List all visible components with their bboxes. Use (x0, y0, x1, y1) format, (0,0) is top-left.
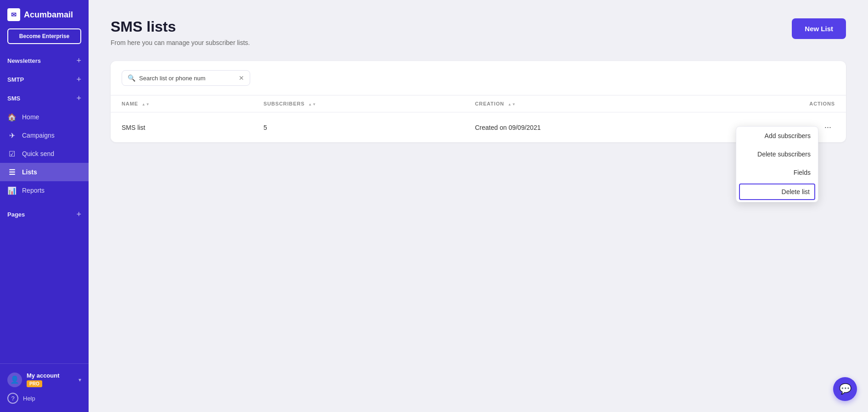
new-list-button[interactable]: New List (792, 18, 846, 39)
sidebar-item-campaigns[interactable]: ✈ Campaigns (0, 126, 89, 145)
reports-label: Reports (22, 187, 45, 194)
sidebar-item-smtp[interactable]: SMTP + (0, 70, 89, 89)
col-actions: ACTIONS (711, 95, 846, 112)
sms-label: SMS (7, 95, 20, 102)
pages-add-icon[interactable]: + (76, 210, 81, 219)
logo-text: Acumbamail (24, 10, 73, 20)
page-title: SMS lists (111, 18, 250, 35)
pro-badge: PRO (27, 380, 42, 387)
col-name: NAME ▲▼ (111, 95, 252, 112)
help-row[interactable]: ? Help (7, 390, 81, 406)
col-actions-label: ACTIONS (809, 101, 835, 106)
page-subtitle: From here you can manage your subscriber… (111, 39, 250, 46)
become-enterprise-button[interactable]: Become Enterprise (7, 28, 81, 44)
col-creation: CREATION ▲▼ (464, 95, 712, 112)
table-row: SMS list 5 Created on 09/09/2021 ··· Add… (111, 112, 846, 143)
creation-sort-icon[interactable]: ▲▼ (508, 102, 516, 106)
account-info: My account PRO (27, 372, 74, 387)
smtp-add-icon[interactable]: + (76, 75, 81, 84)
sidebar-item-home[interactable]: 🏠 Home (0, 108, 89, 126)
fields-item[interactable]: Fields (736, 163, 818, 182)
sidebar-bottom: 👤 My account PRO ▾ ? Help (0, 363, 89, 412)
sidebar-item-reports[interactable]: 📊 Reports (0, 181, 89, 200)
actions-dropdown: Add subscribers Delete subscribers Field… (736, 126, 818, 202)
newsletters-add-icon[interactable]: + (76, 56, 81, 66)
main-content: SMS lists From here you can manage your … (89, 0, 868, 412)
cell-name: SMS list (111, 112, 252, 143)
col-subscribers: SUBSCRIBERS ▲▼ (252, 95, 464, 112)
quick-send-label: Quick send (22, 150, 54, 157)
lists-table: NAME ▲▼ SUBSCRIBERS ▲▼ CREATION ▲▼ ACTIO… (111, 95, 846, 142)
chat-bubble[interactable]: 💬 (833, 377, 857, 401)
smtp-label: SMTP (7, 76, 24, 83)
table-toolbar: 🔍 ✕ (111, 61, 846, 95)
cell-actions: ··· Add subscribers Delete subscribers F… (711, 112, 846, 143)
search-bar[interactable]: 🔍 ✕ (122, 70, 250, 86)
delete-list-item[interactable]: Delete list (739, 184, 815, 200)
subscribers-sort-icon[interactable]: ▲▼ (308, 102, 317, 106)
newsletters-label: Newsletters (7, 57, 41, 64)
chat-icon: 💬 (839, 383, 851, 395)
col-subscribers-label: SUBSCRIBERS (263, 101, 305, 106)
table-header-row: NAME ▲▼ SUBSCRIBERS ▲▼ CREATION ▲▼ ACTIO… (111, 95, 846, 112)
cell-subscribers: 5 (252, 112, 464, 143)
my-account-row[interactable]: 👤 My account PRO ▾ (7, 369, 81, 390)
search-icon: 🔍 (128, 74, 135, 82)
delete-subscribers-item[interactable]: Delete subscribers (736, 145, 818, 163)
sidebar-item-newsletters[interactable]: Newsletters + (0, 51, 89, 70)
name-sort-icon[interactable]: ▲▼ (142, 102, 150, 106)
sms-add-icon[interactable]: + (76, 94, 81, 103)
pages-label: Pages (7, 211, 25, 218)
col-creation-label: CREATION (475, 101, 504, 106)
logo: ✉ Acumbamail (0, 0, 89, 27)
help-label: Help (23, 395, 35, 402)
logo-icon: ✉ (7, 8, 20, 21)
cell-creation: Created on 09/09/2021 (464, 112, 712, 143)
home-icon: 🏠 (7, 112, 17, 122)
campaigns-label: Campaigns (22, 132, 55, 139)
campaigns-icon: ✈ (7, 131, 17, 140)
search-input[interactable] (139, 75, 235, 82)
account-name: My account (27, 372, 74, 379)
lists-icon: ☰ (7, 167, 17, 177)
page-header-text: SMS lists From here you can manage your … (111, 18, 250, 46)
quick-send-icon: ☑ (7, 149, 17, 158)
add-subscribers-item[interactable]: Add subscribers (736, 127, 818, 145)
sidebar-item-quick-send[interactable]: ☑ Quick send (0, 145, 89, 163)
lists-label: Lists (22, 168, 37, 176)
sidebar-item-pages[interactable]: Pages + (0, 205, 89, 224)
clear-search-icon[interactable]: ✕ (239, 74, 244, 82)
table-card: 🔍 ✕ NAME ▲▼ SUBSCRIBERS ▲▼ CREATI (111, 61, 846, 142)
home-label: Home (22, 113, 39, 121)
sidebar-item-lists[interactable]: ☰ Lists (0, 163, 89, 181)
sidebar-item-sms[interactable]: SMS + (0, 89, 89, 108)
avatar: 👤 (7, 373, 22, 387)
more-actions-button[interactable]: ··· (821, 121, 835, 134)
reports-icon: 📊 (7, 186, 17, 195)
help-icon: ? (7, 393, 18, 404)
chevron-down-icon: ▾ (78, 377, 81, 383)
sidebar: ✉ Acumbamail Become Enterprise Newslette… (0, 0, 89, 412)
page-header: SMS lists From here you can manage your … (111, 18, 846, 46)
col-name-label: NAME (122, 101, 138, 106)
